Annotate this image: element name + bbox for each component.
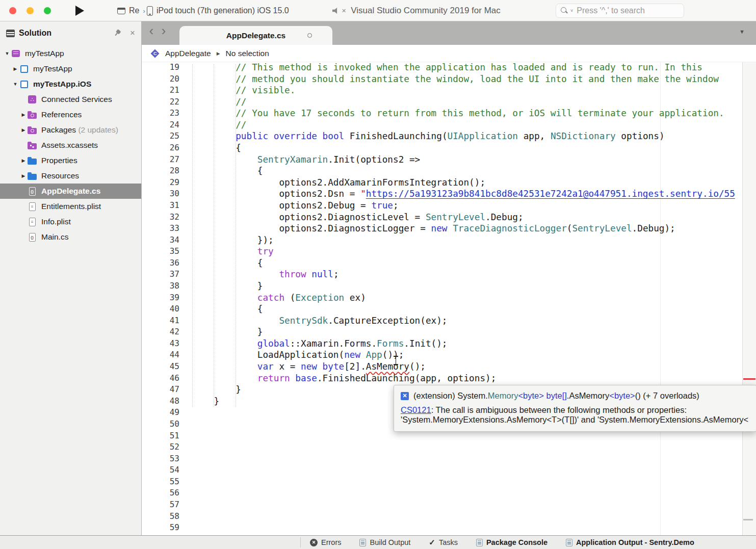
code-text[interactable]: options2.DiagnosticLevel = SentryLevel.D… [192,212,524,224]
code-line[interactable]: 36 { [142,258,742,270]
disclosure-right-icon[interactable]: ▶ [19,173,28,178]
search-field[interactable]: ˅ Press '^,' to search [556,4,684,18]
code-line[interactable]: 23 // You have 17 seconds to return from… [142,108,742,120]
code-line[interactable]: 38 } [142,281,742,293]
line-number[interactable]: 31 [142,200,179,212]
line-number[interactable]: 57 [142,500,179,511]
line-number[interactable]: 52 [142,442,179,454]
run-button[interactable] [75,6,84,16]
line-number[interactable]: 29 [142,177,179,189]
code-line[interactable]: 42 } [142,327,742,338]
code-line[interactable]: 56 [142,488,742,500]
disclosure-down-icon[interactable]: ▼ [11,82,19,87]
code-text[interactable]: options2.AddXamarinFormsIntegration(); [192,177,485,189]
zoom-window-button[interactable] [44,7,51,14]
sidebar-item-packages[interactable]: ▶Packages (2 updates) [0,122,141,138]
line-number[interactable]: 43 [142,338,179,350]
line-number[interactable]: 46 [142,373,179,385]
code-line[interactable]: 31 options2.Debug = true; [142,200,742,212]
line-number[interactable]: 37 [142,269,179,281]
line-number[interactable]: 49 [142,407,179,419]
line-number[interactable]: 53 [142,454,179,465]
code-text[interactable]: public override bool FinishedLaunching(U… [192,131,665,143]
scrollbar[interactable] [742,62,756,535]
line-number[interactable]: 20 [142,74,179,86]
code-line[interactable]: 55 [142,477,742,488]
code-line[interactable]: 27 SentryXamarin.Init(options2 => [142,154,742,166]
code-line[interactable]: 22 // [142,97,742,109]
tab-list-dropdown-icon[interactable]: ▼ [739,29,745,35]
code-text[interactable]: { [192,166,263,177]
code-line[interactable]: 26 { [142,143,742,154]
code-line[interactable]: 35 try [142,246,742,258]
code-text[interactable]: options2.Debug = true; [192,200,399,212]
code-line[interactable]: 20 // method you should instantiate the … [142,74,742,86]
code-line[interactable]: 45 var x = new byte[2].AsMemory(); [142,361,742,373]
minimize-window-button[interactable] [27,7,34,14]
line-number[interactable]: 48 [142,396,179,408]
sidebar-item-assets-xcassets[interactable]: Assets.xcassets [0,138,141,153]
disclosure-right-icon[interactable]: ▶ [19,158,28,163]
code-line[interactable]: 30 options2.Dsn = "https://5a193123a9b84… [142,189,742,200]
code-text[interactable]: try [192,246,274,258]
code-text[interactable]: return base.FinishedLaunching(app, optio… [192,373,496,385]
close-window-button[interactable] [9,7,16,14]
code-text[interactable]: SentryXamarin.Init(options2 => [192,154,420,166]
line-number[interactable]: 59 [142,522,179,534]
line-number[interactable]: 56 [142,488,179,500]
disclosure-right-icon[interactable]: ▶ [19,127,28,133]
code-line[interactable]: 41 SentrySdk.CaptureException(ex); [142,316,742,327]
code-lines[interactable]: 19 // This method is invoked when the ap… [142,62,742,534]
pad-button-build-output[interactable]: Build Output [359,538,410,547]
code-line[interactable]: 59 [142,522,742,534]
line-number[interactable]: 28 [142,166,179,177]
sidebar-item-entitlements-plist[interactable]: ≡Entitlements.plist [0,199,141,214]
disclosure-right-icon[interactable]: ▶ [19,112,28,117]
line-number[interactable]: 51 [142,431,179,442]
code-text[interactable]: // [192,97,247,109]
code-line[interactable]: 43 global::Xamarin.Forms.Forms.Init(); [142,338,742,350]
code-line[interactable]: 19 // This method is invoked when the ap… [142,62,742,74]
navigate-forward-button[interactable]: › [158,23,169,38]
sidebar-item-info-plist[interactable]: ≡Info.plist [0,214,141,229]
code-line[interactable]: 57 [142,500,742,511]
code-text[interactable]: global::Xamarin.Forms.Forms.Init(); [192,338,448,350]
code-line[interactable]: 44 LoadApplication(new App()); [142,350,742,361]
code-text[interactable]: throw null; [192,269,339,281]
line-number[interactable]: 26 [142,143,179,154]
navigate-back-button[interactable]: ‹ [146,23,157,38]
line-number[interactable]: 24 [142,120,179,132]
line-number[interactable]: 25 [142,131,179,143]
line-number[interactable]: 19 [142,62,179,74]
code-text[interactable]: options2.DiagnosticLogger = new TraceDia… [192,223,675,235]
code-line[interactable]: 37 throw null; [142,269,742,281]
code-line[interactable]: 28 { [142,166,742,177]
sidebar-item-connected-services[interactable]: ∴Connected Services [0,92,141,107]
sidebar-item-properties[interactable]: ▶Properties [0,153,141,168]
code-line[interactable]: 33 options2.DiagnosticLogger = new Trace… [142,223,742,235]
line-number[interactable]: 40 [142,304,179,316]
code-line[interactable]: 52 [142,442,742,454]
line-number[interactable]: 34 [142,235,179,247]
code-line[interactable]: 40 { [142,304,742,316]
pad-button-application-output-sentry-demo[interactable]: Application Output - Sentry.Demo [566,538,694,547]
code-editor[interactable]: 19 // This method is invoked when the ap… [142,62,756,535]
line-number[interactable]: 41 [142,316,179,327]
close-pad-icon[interactable]: × [130,30,135,37]
sidebar-item-main-cs[interactable]: {}Main.cs [0,229,141,245]
line-number[interactable]: 55 [142,477,179,488]
code-line[interactable]: 21 // visible. [142,85,742,97]
line-number[interactable]: 27 [142,154,179,166]
line-number[interactable]: 38 [142,281,179,293]
tab-appdelegate[interactable]: AppDelegate.cs [179,26,332,45]
code-line[interactable]: 51 [142,431,742,442]
sidebar-item-appdelegate-cs[interactable]: {}AppDelegate.cs [0,184,141,199]
line-number[interactable]: 36 [142,258,179,270]
line-number[interactable]: 22 [142,97,179,109]
code-line[interactable]: 53 [142,454,742,465]
code-text[interactable]: { [192,258,263,270]
line-number[interactable]: 47 [142,384,179,396]
line-number[interactable]: 50 [142,419,179,431]
error-code-link[interactable]: CS0121 [401,405,431,414]
code-text[interactable]: } [192,396,219,408]
